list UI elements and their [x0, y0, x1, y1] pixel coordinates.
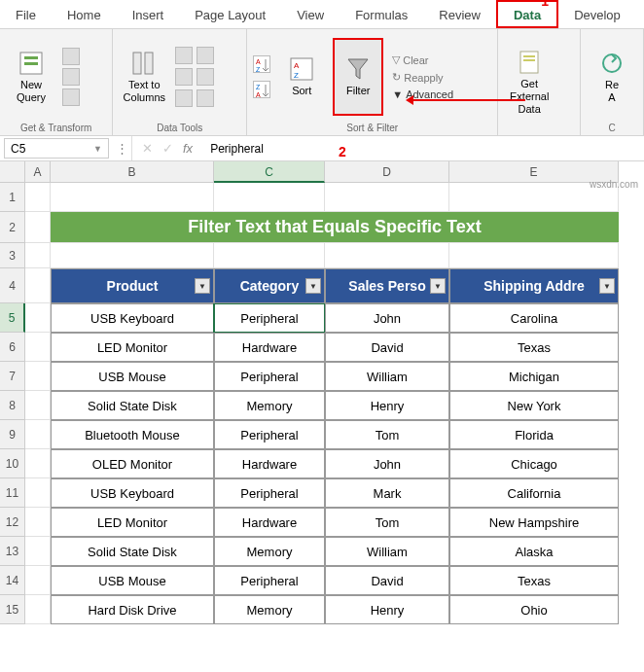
table-cell[interactable]: New York: [449, 391, 619, 420]
tab-page-layout[interactable]: Page Layout: [179, 0, 281, 28]
tab-insert[interactable]: Insert: [117, 0, 180, 28]
table-cell[interactable]: Solid State Disk: [51, 391, 214, 420]
enter-icon[interactable]: ✓: [162, 141, 173, 156]
row-header-4[interactable]: 4: [0, 268, 25, 303]
table-header-product[interactable]: Product▼: [51, 268, 214, 303]
col-header-d[interactable]: D: [325, 161, 449, 183]
cell[interactable]: [25, 303, 51, 333]
table-cell[interactable]: Florida: [449, 420, 619, 449]
cell[interactable]: [449, 243, 619, 268]
data-validation-icon[interactable]: [175, 68, 193, 86]
cell[interactable]: [25, 333, 51, 362]
manage-data-model-icon[interactable]: [197, 89, 214, 107]
get-external-data-button[interactable]: Get External Data: [504, 44, 555, 122]
col-header-a[interactable]: A: [25, 161, 51, 183]
table-cell[interactable]: OLED Monitor: [51, 449, 214, 478]
cell[interactable]: [25, 362, 51, 391]
sort-az-icon[interactable]: AZ: [253, 55, 270, 73]
col-header-b[interactable]: B: [51, 161, 214, 183]
table-cell[interactable]: Bluetooth Mouse: [51, 420, 214, 449]
table-cell[interactable]: USB Mouse: [51, 566, 214, 595]
fx-icon[interactable]: fx: [183, 141, 193, 156]
cell[interactable]: [51, 243, 214, 268]
table-header-sales-person[interactable]: Sales Perso▼: [325, 268, 449, 303]
cell[interactable]: [25, 420, 51, 449]
table-cell[interactable]: John: [325, 449, 449, 478]
name-box[interactable]: C5▼: [4, 138, 109, 159]
table-cell[interactable]: Carolina: [449, 303, 619, 333]
relationships-icon[interactable]: [175, 89, 193, 107]
row-header-9[interactable]: 9: [0, 420, 25, 449]
tab-file[interactable]: File: [0, 0, 52, 28]
consolidate-icon[interactable]: [197, 68, 214, 86]
flash-fill-icon[interactable]: [175, 47, 193, 64]
table-cell[interactable]: USB Mouse: [51, 362, 214, 391]
row-header-2[interactable]: 2: [0, 212, 25, 243]
col-header-c[interactable]: C: [214, 161, 325, 183]
cell[interactable]: [214, 183, 325, 212]
show-queries-icon[interactable]: [62, 48, 80, 65]
row-header-13[interactable]: 13: [0, 537, 25, 566]
table-cell[interactable]: Michigan: [449, 362, 619, 391]
table-cell[interactable]: Ohio: [449, 595, 619, 624]
cell[interactable]: [25, 449, 51, 478]
table-cell[interactable]: William: [325, 537, 449, 566]
table-cell[interactable]: New Hampshire: [449, 508, 619, 537]
table-cell[interactable]: USB Keyboard: [51, 303, 214, 333]
name-box-dropdown-icon[interactable]: ▼: [93, 144, 102, 154]
table-cell[interactable]: Peripheral: [214, 420, 325, 449]
row-header-8[interactable]: 8: [0, 391, 25, 420]
cell[interactable]: [25, 268, 51, 303]
cancel-icon[interactable]: ✕: [142, 141, 153, 156]
cell[interactable]: [25, 478, 51, 508]
table-header-shipping-address[interactable]: Shipping Addre▼: [449, 268, 619, 303]
table-cell[interactable]: Texas: [449, 333, 619, 362]
cell[interactable]: [25, 183, 51, 212]
cell[interactable]: [25, 566, 51, 595]
cell[interactable]: [25, 537, 51, 566]
table-header-category[interactable]: Category▼: [214, 268, 325, 303]
table-cell[interactable]: Solid State Disk: [51, 537, 214, 566]
formula-input[interactable]: Peripheral: [202, 136, 644, 160]
tab-formulas[interactable]: Formulas: [340, 0, 423, 28]
banner-title[interactable]: Filter Text that Equals Specific Text: [51, 212, 619, 243]
table-cell[interactable]: LED Monitor: [51, 508, 214, 537]
cell[interactable]: [25, 243, 51, 268]
row-header-11[interactable]: 11: [0, 478, 25, 508]
tab-data[interactable]: Data1: [496, 0, 558, 28]
row-header-12[interactable]: 12: [0, 508, 25, 537]
cell[interactable]: [214, 243, 325, 268]
filter-dropdown-icon[interactable]: ▼: [195, 278, 210, 294]
table-cell[interactable]: USB Keyboard: [51, 478, 214, 508]
sort-za-icon[interactable]: ZA: [253, 81, 270, 98]
table-cell[interactable]: David: [325, 333, 449, 362]
table-cell[interactable]: Henry: [325, 595, 449, 624]
remove-duplicates-icon[interactable]: [197, 47, 214, 64]
row-header-14[interactable]: 14: [0, 566, 25, 595]
row-header-3[interactable]: 3: [0, 243, 25, 268]
table-cell[interactable]: David: [325, 566, 449, 595]
table-cell[interactable]: Hardware: [214, 449, 325, 478]
table-cell[interactable]: Alaska: [449, 537, 619, 566]
filter-dropdown-icon[interactable]: ▼: [430, 278, 446, 294]
row-header-7[interactable]: 7: [0, 362, 25, 391]
table-cell[interactable]: John: [325, 303, 449, 333]
table-cell[interactable]: Memory: [214, 391, 325, 420]
cell[interactable]: [25, 508, 51, 537]
tab-view[interactable]: View: [281, 0, 340, 28]
row-header-15[interactable]: 15: [0, 595, 25, 624]
row-header-6[interactable]: 6: [0, 333, 25, 362]
table-cell[interactable]: Peripheral: [214, 303, 325, 333]
cell[interactable]: [25, 595, 51, 624]
filter-dropdown-icon[interactable]: ▼: [599, 278, 615, 294]
table-cell[interactable]: Peripheral: [214, 478, 325, 508]
refresh-all-button[interactable]: Re A: [587, 38, 637, 116]
cell[interactable]: [25, 391, 51, 420]
table-cell[interactable]: California: [449, 478, 619, 508]
clear-filter-button[interactable]: ▽Clear: [389, 53, 456, 67]
row-header-1[interactable]: 1: [0, 183, 25, 212]
cell[interactable]: [325, 243, 449, 268]
recent-sources-icon[interactable]: [62, 88, 80, 106]
tab-developer[interactable]: Develop: [558, 0, 636, 28]
table-cell[interactable]: Mark: [325, 478, 449, 508]
